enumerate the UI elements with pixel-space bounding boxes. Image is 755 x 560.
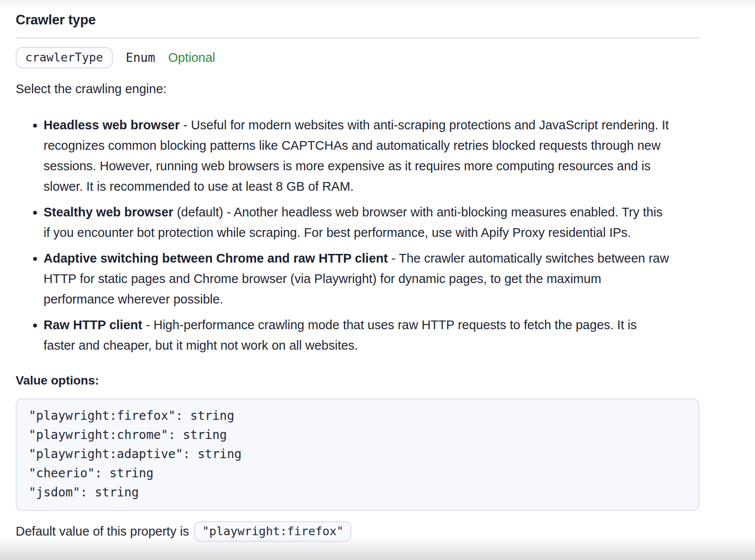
code-line: "playwright:chrome": string xyxy=(29,425,686,445)
bullet-title: Adaptive switching between Chrome and ra… xyxy=(44,251,388,265)
list-item-raw-http-client: Raw HTTP client - High-performance crawl… xyxy=(44,315,671,356)
value-options-label: Value options: xyxy=(16,373,699,388)
default-value-badge: "playwright:firefox" xyxy=(194,521,351,542)
intro-text: Select the crawling engine: xyxy=(16,79,699,99)
code-line: "playwright:firefox": string xyxy=(29,406,686,425)
section-title: Crawler type xyxy=(16,12,699,28)
list-item-stealthy-browser: Stealthy web browser (default) - Another… xyxy=(44,202,671,243)
code-line: "jsdom": string xyxy=(29,483,686,502)
property-doc-section: Crawler type crawlerType Enum Optional S… xyxy=(0,0,755,542)
code-line: "playwright:adaptive": string xyxy=(29,445,686,464)
property-optional-label: Optional xyxy=(168,51,215,65)
list-item-adaptive-switching: Adaptive switching between Chrome and ra… xyxy=(44,248,671,310)
property-meta-row: crawlerType Enum Optional xyxy=(16,47,699,68)
value-options-code-block: "playwright:firefox": string"playwright:… xyxy=(16,398,699,511)
default-value-line: Default value of this property is "playw… xyxy=(16,521,699,542)
property-name-badge: crawlerType xyxy=(16,47,113,68)
bullet-title: Stealthy web browser xyxy=(44,205,173,219)
divider xyxy=(16,37,699,38)
crawler-options-list: Headless web browser - Useful for modern… xyxy=(16,115,671,356)
bullet-title: Raw HTTP client xyxy=(44,318,142,332)
property-type-label: Enum xyxy=(126,51,155,65)
code-line: "cheerio": string xyxy=(29,464,686,483)
default-value-prefix: Default value of this property is xyxy=(16,521,189,542)
list-item-headless-browser: Headless web browser - Useful for modern… xyxy=(44,115,671,197)
bullet-title: Headless web browser xyxy=(44,118,180,132)
